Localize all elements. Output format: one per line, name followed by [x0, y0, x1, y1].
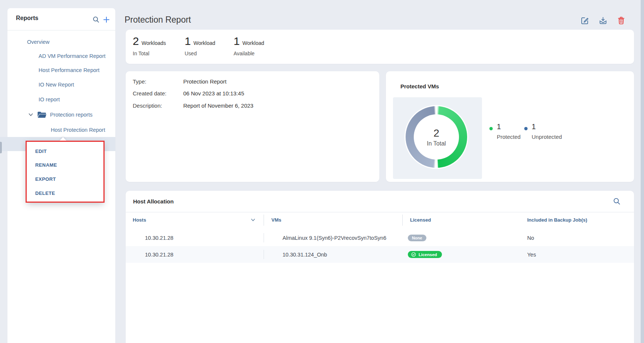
sidebar-item-io-report[interactable]: IO report [39, 92, 60, 107]
protected-vms-chart-panel: 2 In Total [393, 97, 482, 179]
protected-vms-donut-chart: 2 In Total [404, 105, 468, 169]
detail-description: Description: Report of November 6, 2023 [133, 102, 253, 109]
report-details-card: Type: Protection Report Created date: 06… [126, 71, 379, 182]
check-circle-icon [411, 252, 416, 257]
trash-icon[interactable] [617, 16, 625, 25]
sidebar-item-overview[interactable]: Overview [27, 35, 49, 49]
plus-icon[interactable] [102, 16, 110, 24]
cell-host: 10.30.21.28 [145, 246, 174, 263]
cell-included: Yes [527, 246, 536, 263]
stat-available-workloads: 1 Workload Available [234, 35, 264, 56]
legend-dot-unprotected [524, 127, 528, 130]
license-badge-licensed: Licensed [408, 251, 442, 258]
context-menu-arrow [59, 137, 67, 141]
column-header-licensed: Licensed [410, 217, 431, 223]
search-icon[interactable] [92, 16, 100, 24]
menu-item-edit[interactable]: EDIT [35, 147, 47, 155]
workloads-summary-card: 2 Workloads In Total 1 Workload Used 1 W… [126, 30, 634, 64]
report-context-menu: EDIT RENAME EXPORT DELETE [27, 141, 103, 202]
sidebar-item-host-protection-report[interactable]: Host Protection Report [51, 123, 105, 137]
sidebar-item-ad-vm-performance-report[interactable]: AD VM Performance Report [39, 49, 106, 63]
chevron-down-icon[interactable] [251, 218, 255, 222]
license-badge-none: None [408, 235, 426, 241]
cell-vm: AlmaLinux 9.1(Syn6)-P2VrecovSyn7toSyn6 [283, 229, 386, 246]
page-title: Protection Report [125, 15, 191, 25]
cell-licensed: Licensed [408, 246, 442, 263]
cell-vm: 10.30.31.124_Onb [283, 246, 327, 263]
sidebar-title: Reports [16, 15, 38, 22]
sidebar-item-host-performance-report[interactable]: Host Performance Report [39, 63, 99, 77]
detail-type: Type: Protection Report [133, 78, 227, 85]
donut-total-label: In Total [427, 140, 446, 147]
cell-host: 10.30.21.28 [145, 229, 174, 246]
edit-icon[interactable] [581, 16, 589, 25]
column-header-included: Included in Backup Job(s) [527, 217, 587, 223]
protected-vms-card: Protected VMs 2 In Total 1 Protected 1 U… [386, 71, 634, 182]
stat-used-workloads: 1 Workload Used [185, 35, 215, 56]
column-header-hosts: Hosts [133, 217, 146, 223]
menu-item-delete[interactable]: DELETE [35, 189, 55, 197]
stat-total-workloads: 2 Workloads In Total [133, 35, 166, 56]
report-actions [581, 16, 625, 25]
download-icon[interactable] [599, 16, 607, 25]
detail-created-date: Created date: 06 Nov 2023 at 10:13:45 [133, 90, 244, 97]
folder-icon [37, 111, 47, 118]
menu-item-rename[interactable]: RENAME [35, 161, 57, 169]
menu-item-export[interactable]: EXPORT [35, 175, 56, 183]
search-icon[interactable] [612, 197, 621, 206]
protected-vms-title: Protected VMs [400, 83, 439, 89]
column-header-vms: VMs [271, 217, 281, 223]
column-separator [264, 215, 264, 226]
legend-dot-protected [489, 127, 493, 130]
cell-licensed: None [408, 229, 426, 246]
chevron-down-icon[interactable] [28, 112, 33, 117]
page-scrollbar[interactable] [641, 0, 644, 343]
table-row[interactable]: 10.30.21.28 AlmaLinux 9.1(Syn6)-P2Vrecov… [126, 229, 634, 246]
sidebar-item-io-new-report[interactable]: IO New Report [39, 78, 74, 92]
sidebar-edge-handle [0, 142, 2, 153]
table-row[interactable]: 10.30.21.28 10.30.31.124_Onb Licensed Ye… [126, 246, 634, 263]
host-allocation-card: Host Allocation Hosts VMs Licensed Inclu… [126, 191, 634, 343]
sidebar-item-protection-reports[interactable]: Protection reports [28, 108, 92, 122]
table-header-divider [126, 212, 634, 212]
cell-included: No [527, 229, 534, 246]
column-separator [402, 215, 403, 226]
donut-total-value: 2 [433, 127, 439, 139]
sidebar-divider [7, 30, 115, 30]
host-allocation-title: Host Allocation [133, 198, 174, 205]
